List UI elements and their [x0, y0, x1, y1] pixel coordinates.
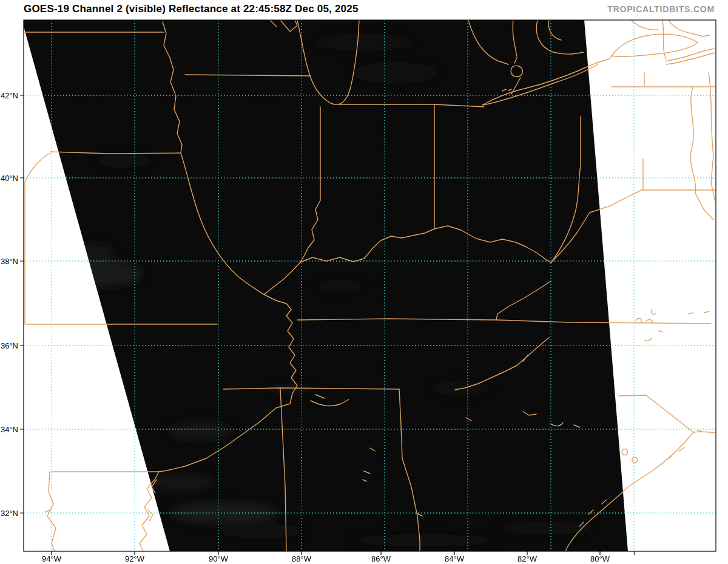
lat-tick-label: 42°N [0, 91, 18, 100]
lat-tick-label: 40°N [0, 174, 18, 183]
lat-tick-label: 36°N [0, 341, 18, 350]
lat-tick-label: 38°N [0, 257, 18, 266]
lat-tick-label: 32°N [0, 509, 18, 518]
lon-tick-label: 84°W [445, 554, 464, 563]
lon-tick-label: 94°W [42, 554, 61, 563]
lon-tick-label: 92°W [125, 554, 144, 563]
lon-tick-label: 90°W [209, 554, 228, 563]
lat-tick-label: 34°N [0, 425, 18, 434]
lon-tick-label: 86°W [371, 554, 391, 563]
lon-tick-label: 82°W [517, 554, 537, 563]
satellite-image-viewer: GOES-19 Channel 2 (visible) Reflectance … [0, 0, 728, 564]
lon-tick-label: 80°W [590, 554, 610, 563]
lon-tick-label: 88°W [292, 554, 311, 563]
satellite-map-canvas [0, 0, 728, 564]
